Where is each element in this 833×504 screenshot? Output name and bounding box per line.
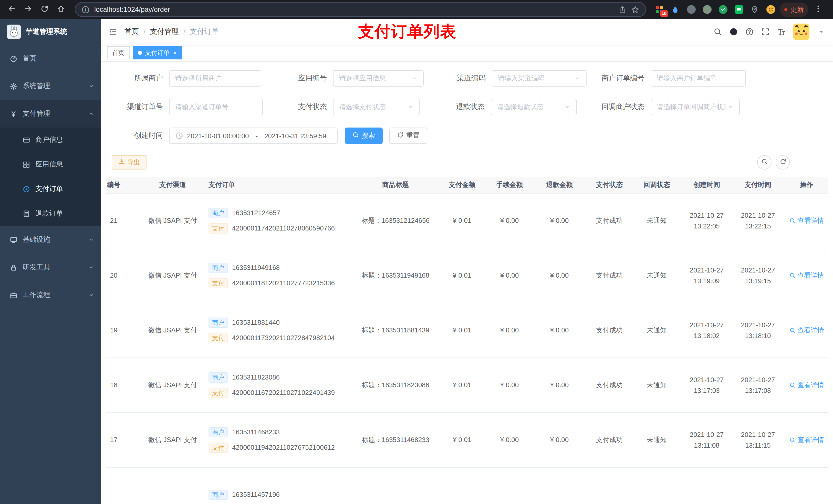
cell-action: 查看详情 xyxy=(782,248,828,303)
close-icon[interactable] xyxy=(173,50,177,55)
export-button[interactable]: 导出 xyxy=(112,155,146,170)
col-header-create-time: 创建时间 xyxy=(680,177,734,193)
col-header-refund: 退款金额 xyxy=(534,177,585,193)
view-detail-link[interactable]: 查看详情 xyxy=(789,271,824,280)
sidebar-item-infrastructure[interactable]: 基础设施 xyxy=(0,226,101,254)
view-detail-link[interactable]: 查看详情 xyxy=(789,380,824,389)
browser-update-button[interactable]: 更新 xyxy=(780,2,808,17)
cell-create-time: 2021-10-2713:22:05 xyxy=(680,193,734,248)
cell-amount: ¥ 0.01 xyxy=(439,412,485,467)
cell-title: 标题：1635311949168 xyxy=(352,248,439,303)
doc-icon xyxy=(23,210,30,217)
cell-refund: ¥ 0.00 xyxy=(534,193,585,248)
sidebar-item-dev-tools[interactable]: 研发工具 xyxy=(0,254,101,281)
extension-pin-icon[interactable] xyxy=(749,4,760,15)
browser-home-button[interactable] xyxy=(54,3,68,16)
merchant-tag: 商户 xyxy=(209,317,228,328)
cell-pay-time: 2021-10-2713:18:10 xyxy=(734,303,782,358)
view-detail-link[interactable]: 查看详情 xyxy=(789,216,824,225)
filter-channel-code-select[interactable]: 请输入渠道编码 xyxy=(492,70,587,87)
url-bar[interactable]: localhost:1024/pay/order xyxy=(75,2,646,17)
tab-pay-order[interactable]: 支付订单 xyxy=(133,46,182,59)
browser-forward-button[interactable] xyxy=(22,3,35,16)
filter-channel-order-no-input[interactable]: 请输入渠道订单号 xyxy=(169,99,263,115)
filter-notify-status-select[interactable]: 请选择订单回调商户状态 xyxy=(651,99,740,115)
cell-title: 标题：1635311881439 xyxy=(352,303,439,358)
help-icon[interactable] xyxy=(745,28,754,36)
filter-pay-status-select[interactable]: 请选择支付状态 xyxy=(333,99,420,115)
cell-pay-time xyxy=(734,467,782,504)
lock-icon xyxy=(10,264,18,271)
cell-status: 支付成功 xyxy=(585,248,634,303)
search-button[interactable]: 搜索 xyxy=(345,127,383,144)
user-avatar[interactable] xyxy=(793,24,809,40)
cell-amount: ¥ 0.01 xyxy=(439,358,485,412)
search-icon[interactable] xyxy=(714,28,722,36)
cell-channel: 微信 JSAPI 支付 xyxy=(142,412,204,467)
caret-down-icon[interactable] xyxy=(817,28,825,36)
search-button-icon xyxy=(353,131,359,140)
filter-label-pay-status: 支付状态 xyxy=(263,102,333,112)
site-info-icon[interactable] xyxy=(81,5,90,14)
github-icon[interactable] xyxy=(730,28,738,36)
browser-reload-button[interactable] xyxy=(38,3,51,16)
col-header-order: 支付订单 xyxy=(204,177,352,193)
tab-home[interactable]: 首页 xyxy=(107,46,129,59)
filter-merchant-input[interactable]: 请选择所属商户 xyxy=(169,70,261,87)
search-toggle-icon xyxy=(761,158,768,167)
chevron-down-icon xyxy=(728,104,734,110)
sidebar-item-system[interactable]: 系统管理 xyxy=(0,72,101,100)
bookmark-star-icon[interactable] xyxy=(631,5,639,14)
filter-label-refund-status: 退款状态 xyxy=(420,102,491,112)
filter-merchant-order-no-input[interactable]: 请输入商户订单编号 xyxy=(651,70,746,87)
table-row: 19微信 JSAPI 支付商户1635311881440支付4200001173… xyxy=(106,303,828,358)
breadcrumb: 首页/支付管理/支付订单 xyxy=(124,27,219,37)
extension-emoji-icon[interactable] xyxy=(765,4,776,15)
sidebar-item-workflow[interactable]: 工作流程 xyxy=(0,281,101,309)
reset-button[interactable]: 重置 xyxy=(389,127,427,144)
sidebar-item-merchant-info[interactable]: 商户信息 xyxy=(0,127,101,152)
cell-status: 支付成功 xyxy=(585,412,634,467)
extension-check-icon[interactable] xyxy=(718,4,728,15)
cell-pay-time: 2021-10-2713:19:15 xyxy=(734,248,782,303)
extension-gray-icon[interactable] xyxy=(686,4,696,15)
filter-label-merchant-order-no: 商户订单编号 xyxy=(587,74,651,83)
share-icon[interactable] xyxy=(618,5,626,14)
table-row: 商户1635311457196 xyxy=(106,467,828,504)
view-detail-link[interactable]: 查看详情 xyxy=(789,435,824,444)
toggle-search-button[interactable] xyxy=(757,155,771,170)
extension-chat-icon[interactable] xyxy=(734,4,744,15)
cell-channel: 微信 JSAPI 支付 xyxy=(142,193,204,248)
breadcrumb-item-home[interactable]: 首页 xyxy=(124,27,139,37)
browser-menu-button[interactable] xyxy=(811,3,825,16)
cell-channel: 微信 JSAPI 支付 xyxy=(142,358,204,412)
sidebar-item-payment[interactable]: 支付管理 xyxy=(0,100,101,127)
cell-channel: 微信 JSAPI 支付 xyxy=(142,303,204,358)
sidebar-item-home[interactable]: 首页 xyxy=(0,45,101,72)
extension-gray-green-icon[interactable] xyxy=(702,4,712,15)
sidebar-item-pay-order[interactable]: 支付订单 xyxy=(0,177,101,201)
cell-fee xyxy=(485,467,534,504)
breadcrumb-item-pay-manage[interactable]: 支付管理 xyxy=(150,27,179,37)
sidebar-item-app-info[interactable]: 应用信息 xyxy=(0,152,101,177)
orders-table: 编号支付渠道支付订单商品标题支付金额手续金额退款金额支付状态回调状态创建时间支付… xyxy=(106,177,828,504)
fullscreen-icon[interactable] xyxy=(761,28,769,36)
filter-refund-status-select[interactable]: 请选择退款状态 xyxy=(491,99,577,115)
extension-grid-icon[interactable]: 10 xyxy=(654,4,664,15)
sidebar: 芋道管理系统 首页系统管理支付管理商户信息应用信息支付订单退款订单基础设施研发工… xyxy=(0,19,101,504)
sidebar-item-refund-order[interactable]: 退款订单 xyxy=(0,201,101,226)
sidebar-fold-icon[interactable] xyxy=(109,28,117,36)
filter-label-channel-order-no: 渠道订单号 xyxy=(106,102,169,112)
font-size-icon[interactable] xyxy=(777,28,785,36)
chevron-down-icon xyxy=(88,83,94,89)
url-text[interactable]: localhost:1024/pay/order xyxy=(94,6,614,13)
filter-app-no-select[interactable]: 请选择应用信息 xyxy=(333,70,424,87)
create-time-range-picker[interactable]: 2021-10-01 00:00:00 - 2021-10-31 23:59:5… xyxy=(169,127,338,144)
view-detail-link[interactable]: 查看详情 xyxy=(789,326,824,335)
cell-amount xyxy=(439,467,485,504)
cell-pay-time: 2021-10-2713:11:15 xyxy=(734,412,782,467)
extension-drop-icon[interactable] xyxy=(670,4,680,15)
cell-status: 支付成功 xyxy=(585,193,634,248)
browser-back-button[interactable] xyxy=(5,3,19,16)
refresh-table-button[interactable] xyxy=(776,155,790,170)
